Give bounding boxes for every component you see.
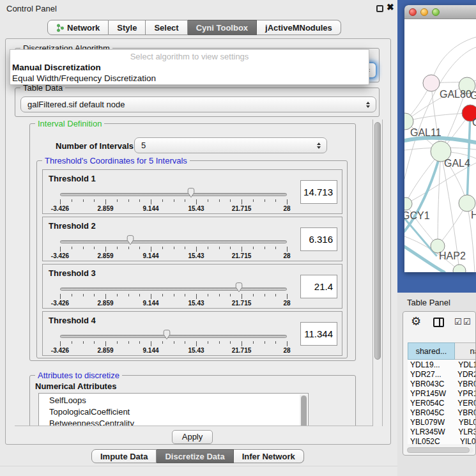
slider-tick: [139, 341, 140, 344]
network-node[interactable]: [453, 265, 466, 272]
close-button[interactable]: [409, 8, 417, 16]
gear-icon[interactable]: ⚙: [411, 314, 421, 328]
column-header-name[interactable]: na: [455, 342, 476, 360]
slider-tick: [117, 199, 118, 202]
slider-tick-label: 15.43: [183, 300, 209, 307]
slider-tick: [174, 341, 174, 344]
network-window-titlebar[interactable]: [404, 5, 476, 19]
network-node[interactable]: [404, 197, 412, 210]
float-window-icon[interactable]: [376, 5, 383, 12]
network-node-label: GCY1: [404, 210, 430, 221]
slider-tick: [162, 199, 163, 202]
checkbox-icon[interactable]: ☑: [454, 317, 462, 326]
threshold-slider-track[interactable]: [60, 335, 287, 338]
table-hscrollbar-thumb[interactable]: [407, 447, 470, 453]
number-of-intervals-combobox[interactable]: 5: [134, 137, 327, 153]
number-of-intervals-value: 5: [141, 141, 146, 150]
slider-tick: [242, 199, 242, 204]
cell-shared-name: YBR045C: [408, 408, 452, 417]
network-canvas[interactable]: GAL80GACGAL11GAL4GCY1HHAP2: [404, 19, 476, 272]
tab-impute-data[interactable]: Impute Data: [91, 449, 157, 463]
close-icon[interactable]: ✖: [387, 2, 394, 12]
threshold-slider-thumb[interactable]: [187, 187, 196, 198]
slider-tick: [83, 247, 84, 249]
slider-tick: [219, 294, 220, 296]
slider-tick-label: 15.43: [183, 252, 209, 259]
tab-network[interactable]: Network: [47, 20, 109, 35]
dropdown-option-equal-width-frequency[interactable]: Equal Width/Frequency Discretization: [12, 73, 156, 83]
table-data-combobox[interactable]: galFiltered.sif default node: [20, 96, 376, 112]
table-row[interactable]: YDR27...YDR2: [408, 369, 476, 379]
zoom-button[interactable]: [432, 8, 440, 16]
attribute-item-selfloops[interactable]: SelfLoops: [49, 395, 308, 406]
slider-tick-label: 28: [274, 252, 300, 259]
slider-tick: [105, 294, 106, 299]
network-node[interactable]: [423, 75, 440, 91]
tab-cyni-toolbox[interactable]: Cyni Toolbox: [188, 20, 257, 35]
threshold-value-field[interactable]: 21.4: [300, 275, 337, 298]
tab-style[interactable]: Style: [109, 20, 146, 35]
cell-name: YER0: [452, 399, 476, 408]
table-row[interactable]: YLR345WYLR3: [408, 427, 476, 436]
number-of-intervals-label: Number of Intervals: [56, 141, 134, 151]
tab-discretize-data[interactable]: Discretize Data: [157, 449, 233, 463]
table-row[interactable]: YDL19...YDL1: [408, 360, 476, 369]
network-edge[interactable]: [431, 37, 476, 83]
slider-tick: [83, 199, 84, 202]
attributes-scrollbar-thumb[interactable]: [301, 395, 307, 426]
slider-tick: [83, 341, 84, 344]
slider-tick: [265, 247, 265, 249]
table-row[interactable]: YBR045CYBR0: [408, 408, 476, 417]
columns-icon[interactable]: [433, 318, 444, 327]
attributes-scrollbar[interactable]: [300, 394, 307, 426]
slider-tick: [287, 294, 288, 299]
table-row[interactable]: YER054CYER0: [408, 398, 476, 408]
threshold-slider-track[interactable]: [60, 193, 287, 196]
attribute-item-betweennesscentrality[interactable]: BetweennessCentrality: [49, 418, 308, 426]
threshold-slider-track[interactable]: [60, 240, 287, 243]
window-title: Control Panel: [6, 4, 57, 13]
slider-tick: [60, 199, 61, 204]
checkbox-icon[interactable]: ☑: [463, 317, 471, 326]
threshold-value-field[interactable]: 6.316: [300, 227, 337, 251]
column-header-shared-name[interactable]: shared...: [408, 342, 455, 360]
main-scrollbar[interactable]: [372, 119, 383, 426]
network-node-label: GAL4: [444, 158, 470, 169]
slider-tick-label: 9.144: [138, 300, 164, 307]
threshold-label: Threshold 3: [49, 268, 96, 278]
dropdown-option-manual-discretization[interactable]: Manual Discretization: [12, 63, 101, 72]
slider-tick: [105, 199, 106, 204]
attribute-item-topologicalcoefficient[interactable]: TopologicalCoefficient: [49, 406, 308, 418]
tab-select[interactable]: Select: [146, 20, 187, 35]
threshold-value-field[interactable]: 11.344: [300, 322, 337, 346]
table-panel-container: ⚙ ☑ ☑ shared... na YDL19...YDL1YDR27...Y…: [403, 311, 476, 456]
threshold-slider-track[interactable]: [60, 288, 287, 291]
cell-shared-name: YBL079W: [408, 418, 454, 427]
numerical-attributes-list[interactable]: SelfLoopsTopologicalCoefficientBetweenne…: [38, 393, 309, 426]
table-row[interactable]: YBR043CYBR0: [408, 379, 476, 388]
network-view-window: GAL80GACGAL11GAL4GCY1HHAP2: [404, 5, 476, 272]
table-row[interactable]: YIL052CYIL0: [408, 436, 476, 444]
network-node-label: HAP2: [439, 250, 466, 261]
slider-tick: [151, 247, 151, 252]
tab-label: Infer Network: [242, 452, 295, 461]
tab-infer-network[interactable]: Infer Network: [234, 449, 304, 463]
threshold-slider-thumb[interactable]: [162, 329, 171, 340]
threshold-slider-thumb[interactable]: [234, 282, 243, 293]
threshold-slider-thumb[interactable]: [126, 234, 135, 245]
slider-tick: [265, 199, 265, 202]
table-hscrollbar[interactable]: [407, 447, 473, 453]
threshold-value-field[interactable]: 14.713: [300, 180, 337, 204]
table-row[interactable]: YPR145WYPR1: [408, 388, 476, 398]
slider-tick: [242, 247, 242, 252]
slider-tick: [151, 199, 151, 204]
minimize-button[interactable]: [420, 8, 428, 16]
settings-scroll-viewport: Interval Definition Number of Intervals …: [15, 119, 372, 426]
apply-button[interactable]: Apply: [172, 430, 213, 444]
slider-tick: [242, 294, 242, 299]
tab-jactivemnodules[interactable]: jActiveMNodules: [257, 20, 341, 35]
interval-definition-label: Interval Definition: [35, 119, 104, 128]
table-row[interactable]: YBL079WYBL0: [408, 417, 476, 427]
slider-tick: [253, 247, 254, 249]
main-scrollbar-thumb[interactable]: [374, 122, 381, 360]
